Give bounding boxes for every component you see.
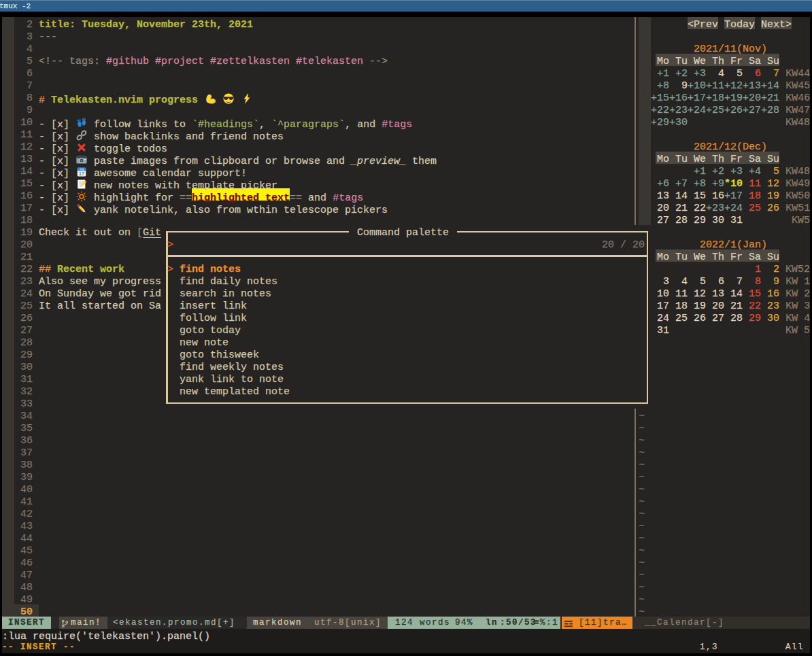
svg-text:July: July: [80, 168, 84, 171]
svg-text:17: 17: [79, 171, 84, 175]
